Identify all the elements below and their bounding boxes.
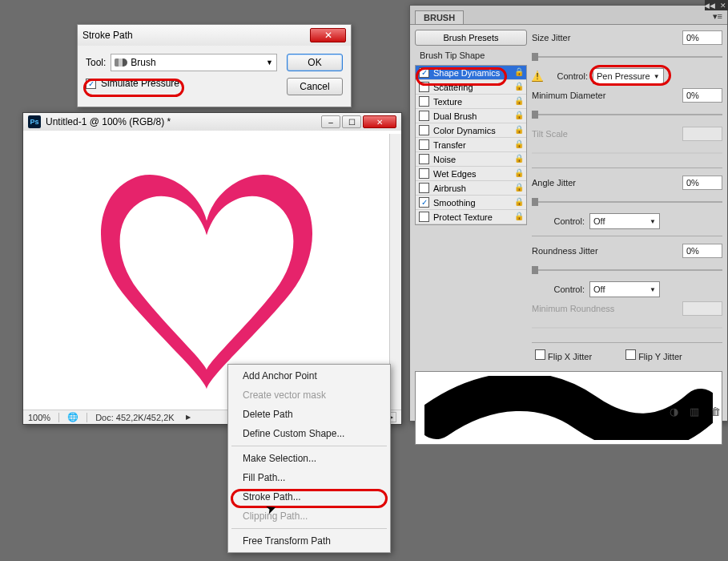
stroke-path-title: Stroke Path: [82, 30, 133, 41]
control-label: Control:: [532, 285, 585, 294]
menu-create-vector-mask: Create vector mask: [228, 385, 390, 405]
tool-dropdown[interactable]: Brush ▼: [111, 54, 277, 71]
lock-icon[interactable]: 🔒: [514, 140, 523, 149]
flip-y-checkbox[interactable]: Flip Y Jitter: [625, 349, 682, 361]
trash-icon[interactable]: 🗑: [708, 405, 722, 418]
option-texture[interactable]: Texture🔒: [416, 95, 526, 109]
lock-icon[interactable]: 🔒: [514, 169, 523, 178]
option-transfer[interactable]: Transfer🔒: [416, 138, 526, 152]
ok-button[interactable]: OK: [287, 54, 343, 71]
option-protect-texture[interactable]: Protect Texture🔒: [416, 210, 526, 224]
roundness-jitter-slider[interactable]: [532, 268, 722, 272]
lock-icon[interactable]: 🔒: [514, 155, 523, 163]
angle-jitter-label: Angle Jitter: [532, 178, 613, 188]
lock-icon[interactable]: 🔒: [514, 68, 523, 77]
chevron-right-icon[interactable]: ▶: [186, 414, 191, 421]
menu-delete-path[interactable]: Delete Path: [228, 405, 390, 424]
lock-icon[interactable]: 🔒: [514, 111, 523, 120]
min-diameter-slider[interactable]: [532, 112, 722, 117]
simulate-pressure-checkbox[interactable]: ✓ Simulate Pressure: [86, 78, 277, 89]
option-dual-brush[interactable]: Dual Brush🔒: [416, 109, 526, 123]
menu-define-custom-shape[interactable]: Define Custom Shape...: [228, 424, 390, 443]
menu-free-transform-path[interactable]: Free Transform Path: [228, 531, 390, 551]
brush-tip-shape-item[interactable]: Brush Tip Shape: [415, 49, 527, 62]
min-diameter-input[interactable]: 0%: [682, 88, 722, 103]
tool-value: Brush: [131, 57, 155, 68]
checkbox-icon: [419, 82, 429, 92]
menu-stroke-path[interactable]: Stroke Path...: [228, 487, 390, 507]
roundness-control-dropdown[interactable]: Off▼: [589, 281, 660, 297]
option-shape-dynamics[interactable]: ✓Shape Dynamics🔒: [416, 66, 526, 80]
lock-icon[interactable]: 🔒: [514, 97, 523, 106]
option-smoothing[interactable]: ✓Smoothing🔒: [416, 196, 526, 210]
document-titlebar[interactable]: Ps Untitled-1 @ 100% (RGB/8) * – ☐ ✕: [23, 113, 401, 131]
checkbox-icon: [419, 139, 429, 150]
size-control-dropdown[interactable]: Pen Pressure▼: [593, 68, 664, 84]
brush-icon: [115, 59, 127, 67]
lock-icon[interactable]: 🔒: [514, 212, 523, 221]
menu-clipping-path: Clipping Path...: [228, 507, 390, 526]
simulate-pressure-label: Simulate Pressure: [101, 78, 179, 89]
option-color-dynamics[interactable]: Color Dynamics🔒: [416, 123, 526, 138]
min-roundness-label: Minimum Roundness: [532, 304, 636, 313]
roundness-jitter-label: Roundness Jitter: [532, 246, 613, 256]
document-title: Untitled-1 @ 100% (RGB/8) *: [46, 116, 171, 127]
chevron-down-icon: ▼: [654, 73, 660, 80]
checkbox-icon: [419, 212, 429, 222]
flip-x-checkbox[interactable]: Flip X Jitter: [535, 349, 592, 361]
option-wet-edges[interactable]: Wet Edges🔒: [416, 167, 526, 181]
maximize-icon[interactable]: ☐: [342, 115, 361, 128]
control-label: Control:: [532, 216, 585, 226]
brush-presets-button[interactable]: Brush Presets: [415, 30, 527, 46]
checkbox-checked-icon: ✓: [86, 79, 96, 89]
size-jitter-input[interactable]: 0%: [682, 30, 722, 45]
menu-fill-path[interactable]: Fill Path...: [228, 468, 390, 487]
tilt-scale-input: [682, 127, 722, 141]
photoshop-icon: Ps: [28, 115, 41, 128]
menu-make-selection[interactable]: Make Selection...: [228, 449, 390, 468]
globe-icon[interactable]: 🌐: [67, 412, 78, 422]
tool-label: Tool:: [86, 57, 106, 68]
brush-tab[interactable]: BRUSH: [415, 10, 464, 24]
menu-add-anchor-point[interactable]: Add Anchor Point: [228, 366, 390, 385]
panel-tabbar: BRUSH ▾≡: [410, 6, 727, 25]
checkbox-icon: [419, 154, 429, 164]
chevron-down-icon: ▼: [650, 286, 656, 293]
option-airbrush[interactable]: Airbrush🔒: [416, 181, 526, 196]
roundness-jitter-input[interactable]: 0%: [682, 244, 722, 258]
lock-icon[interactable]: 🔒: [514, 83, 523, 91]
close-icon[interactable]: ✕: [310, 28, 346, 42]
angle-control-dropdown[interactable]: Off▼: [589, 213, 660, 229]
cancel-button[interactable]: Cancel: [287, 78, 343, 95]
new-brush-icon[interactable]: ▥: [687, 405, 702, 418]
warning-icon: !: [532, 71, 543, 82]
checkbox-icon: [419, 96, 429, 107]
option-scattering[interactable]: Scattering🔒: [416, 80, 526, 95]
lock-icon[interactable]: 🔒: [514, 126, 523, 135]
checkbox-icon: [535, 349, 545, 360]
angle-jitter-slider[interactable]: [532, 200, 722, 204]
stroke-path-titlebar[interactable]: Stroke Path ✕: [78, 25, 351, 46]
close-icon[interactable]: ✕: [363, 115, 396, 128]
heart-shape: [78, 165, 335, 398]
lock-icon[interactable]: 🔒: [514, 184, 523, 192]
lock-icon[interactable]: 🔒: [514, 198, 523, 207]
min-diameter-label: Minimum Diameter: [532, 91, 613, 100]
option-noise[interactable]: Noise🔒: [416, 152, 526, 167]
panel-flyout[interactable]: ◀◀✕: [705, 0, 728, 10]
brush-panel-toolbar: ◑ ▥ 🗑: [666, 405, 722, 418]
zoom-value[interactable]: 100%: [28, 413, 50, 422]
menu-separator: [231, 528, 387, 529]
panel-menu-icon[interactable]: ▾≡: [713, 11, 722, 22]
minimize-icon[interactable]: –: [321, 115, 340, 128]
toggle-preview-icon[interactable]: ◑: [666, 405, 681, 418]
tilt-scale-slider: [532, 151, 722, 155]
checkbox-icon: [419, 111, 429, 121]
angle-jitter-input[interactable]: 0%: [682, 176, 722, 190]
size-jitter-label: Size Jitter: [532, 33, 613, 42]
min-roundness-slider: [532, 325, 722, 330]
vertical-scrollbar[interactable]: [389, 134, 401, 410]
chevron-down-icon: ▼: [266, 59, 273, 67]
size-jitter-slider[interactable]: [532, 54, 722, 59]
brush-options-list: ✓Shape Dynamics🔒 Scattering🔒 Texture🔒 Du…: [415, 65, 527, 225]
